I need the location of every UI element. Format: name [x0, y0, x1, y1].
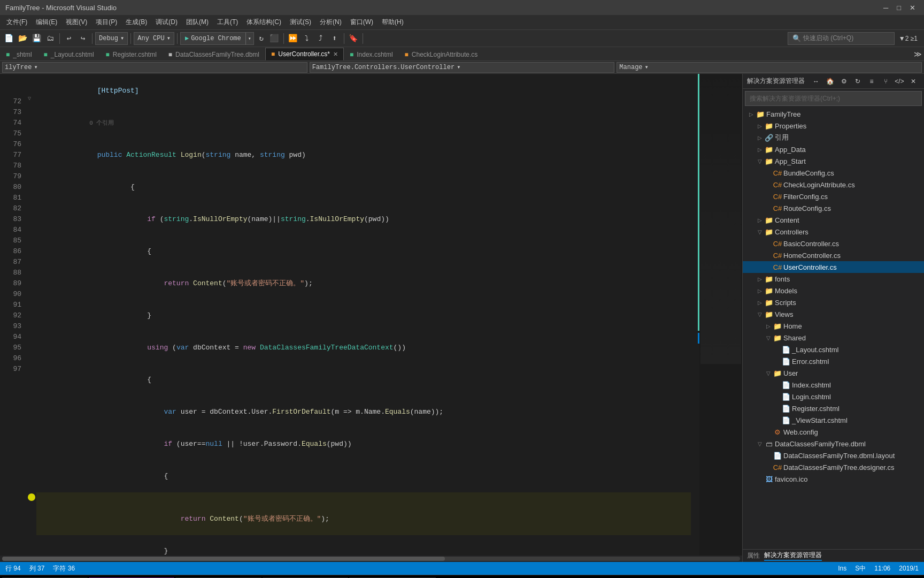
- sidebar-close-btn[interactable]: ✕: [907, 75, 920, 88]
- minimap[interactable]: [699, 74, 742, 556]
- tab-index[interactable]: ■ Index.cshtml: [344, 48, 399, 60]
- tree-favicon[interactable]: 🖼 favicon.ico: [743, 473, 924, 485]
- solution-tree: ▷ 📁 FamilyTree ▷ 📁 Properties ▷ 🔗 引用: [743, 108, 924, 549]
- code-line-83: return Content("账号或者密码不正确。");: [36, 492, 691, 535]
- tree-dbml-designer[interactable]: C# DataClassesFamilyTree.designer.cs: [743, 461, 924, 473]
- tree-register-cshtml[interactable]: 📄 Register.cshtml: [743, 402, 924, 414]
- tree-filterconfig[interactable]: C# FilterConfig.cs: [743, 191, 924, 202]
- tree-home-folder[interactable]: ▷ 📁 Home: [743, 320, 924, 332]
- debug-btn3[interactable]: ⤴: [314, 32, 327, 45]
- sidebar-search[interactable]: 搜索解决方案资源管理器(Ctrl+;): [745, 91, 922, 106]
- code-scroll[interactable]: 0 72 73 74 75 76 77 78 79 80 81 82 83 84…: [0, 74, 742, 556]
- menu-item-p[interactable]: 项目(P): [91, 16, 121, 29]
- code-line-79: {: [36, 364, 691, 396]
- platform-dropdown[interactable]: Any CPU ▾: [134, 32, 174, 45]
- status-char: 字符 36: [53, 564, 75, 573]
- tree-usercontroller[interactable]: C# UserController.cs: [743, 261, 924, 273]
- tree-login-cshtml[interactable]: 📄 Login.cshtml: [743, 391, 924, 402]
- solution-explorer-tab[interactable]: 解决方案资源管理器: [764, 551, 822, 561]
- sidebar-sync-btn[interactable]: ↔: [810, 75, 822, 88]
- tree-root[interactable]: ▷ 📁 FamilyTree: [743, 108, 924, 120]
- sidebar-title: 解决方案资源管理器: [747, 77, 805, 86]
- menu-item-b[interactable]: 生成(B): [121, 16, 151, 29]
- save-all-btn[interactable]: 🗂: [44, 32, 57, 45]
- tree-user-folder[interactable]: ▽ 📁 User: [743, 367, 924, 379]
- menu-item-d[interactable]: 调试(D): [151, 16, 182, 29]
- tree-shared-folder[interactable]: ▽ 📁 Shared: [743, 332, 924, 344]
- stop-btn[interactable]: ⬛: [268, 32, 281, 45]
- tab-checklogin[interactable]: ■ CheckLoginAttribute.cs: [399, 48, 484, 60]
- fold-btn-72[interactable]: ▽: [28, 95, 31, 102]
- h-scrollbar[interactable]: [0, 556, 742, 562]
- redo-btn[interactable]: ↪: [76, 32, 89, 45]
- menu-item-e[interactable]: 编辑(E): [32, 16, 61, 29]
- tree-fonts[interactable]: ▷ 📁 fonts: [743, 273, 924, 285]
- tree-references[interactable]: ▷ 🔗 引用: [743, 132, 924, 143]
- menu-item-c[interactable]: 体系结构(C): [242, 16, 286, 29]
- menu-item-t[interactable]: 工具(T): [213, 16, 242, 29]
- menu-item-h[interactable]: 帮助(H): [378, 16, 408, 29]
- menu-item-s[interactable]: 测试(S): [286, 16, 315, 29]
- debug-btn1[interactable]: ⏩: [287, 32, 299, 45]
- quick-search[interactable]: 快速启动 (Ctrl+Q): [803, 34, 853, 43]
- sidebar-settings-btn[interactable]: ⚙: [837, 75, 850, 88]
- debug-btn4[interactable]: ⬆: [328, 32, 341, 45]
- sidebar-collapse-btn[interactable]: ≡: [865, 75, 878, 88]
- tree-properties[interactable]: ▷ 📁 Properties: [743, 120, 924, 132]
- tree-dbml-layout[interactable]: 📄 DataClassesFamilyTree.dbml.layout: [743, 450, 924, 461]
- code-line-73: {: [36, 171, 691, 203]
- tree-app-start[interactable]: ▽ 📁 App_Start: [743, 155, 924, 167]
- tree-content[interactable]: ▷ 📁 Content: [743, 214, 924, 226]
- namespace-nav[interactable]: FamilyTree.Controllers.UserController ▾: [310, 62, 615, 73]
- sidebar-filter-btn[interactable]: ⑂: [879, 75, 892, 88]
- open-btn[interactable]: 📂: [16, 32, 29, 45]
- tree-controllers[interactable]: ▽ 📁 Controllers: [743, 226, 924, 238]
- menu-item-m[interactable]: 团队(M): [182, 16, 213, 29]
- menu-item-f[interactable]: 文件(F): [2, 16, 32, 29]
- tree-views[interactable]: ▽ 📁 Views: [743, 308, 924, 320]
- tree-basiccontroller[interactable]: C# BasicController.cs: [743, 238, 924, 249]
- tab-shtml[interactable]: ■ _shtml: [0, 48, 38, 60]
- tree-checklogin-attr[interactable]: C# CheckLoginAttribute.cs: [743, 179, 924, 191]
- refresh-btn[interactable]: ↻: [255, 32, 268, 45]
- nav-bar: ilyTree ▾ FamilyTree.Controllers.UserCon…: [0, 61, 924, 74]
- tab-register[interactable]: ■ Register.cshtml: [100, 48, 163, 60]
- tab-overflow-btn[interactable]: ≫: [911, 48, 924, 60]
- tree-dbml[interactable]: ▽ 🗃 DataClassesFamilyTree.dbml: [743, 438, 924, 450]
- debug-mode-dropdown[interactable]: Debug ▾: [95, 32, 128, 45]
- menu-item-n[interactable]: 分析(N): [315, 16, 346, 29]
- project-nav[interactable]: ilyTree ▾: [2, 62, 307, 73]
- properties-tab[interactable]: 属性: [747, 551, 760, 560]
- tree-error-cshtml[interactable]: 📄 Error.cshtml: [743, 355, 924, 367]
- tree-layout-cshtml[interactable]: 📄 _Layout.cshtml: [743, 344, 924, 355]
- tree-scripts[interactable]: ▷ 📁 Scripts: [743, 296, 924, 308]
- tree-app-data[interactable]: ▷ 📁 App_Data: [743, 143, 924, 155]
- sidebar-props-btn[interactable]: 🏠: [823, 75, 836, 88]
- new-project-btn[interactable]: 📄: [2, 32, 15, 45]
- tree-routeconfig[interactable]: C# RouteConfig.cs: [743, 202, 924, 214]
- bookmark-btn[interactable]: 🔖: [347, 32, 360, 45]
- tree-webconfig[interactable]: ⚙ Web.config: [743, 426, 924, 438]
- status-right: Ins S中 11:06 2019/1: [838, 564, 919, 573]
- tree-homecontroller[interactable]: C# HomeController.cs: [743, 249, 924, 261]
- save-btn[interactable]: 💾: [30, 32, 43, 45]
- tab-dbml[interactable]: ■ DataClassesFamilyTree.dbml: [163, 48, 265, 60]
- tab-layout[interactable]: ■ _Layout.cshtml: [38, 48, 100, 60]
- tree-bundleconfig[interactable]: C# BundleConfig.cs: [743, 167, 924, 179]
- code-line-84: }: [36, 535, 691, 556]
- tree-models[interactable]: ▷ 📁 Models: [743, 285, 924, 296]
- tab-close-btn[interactable]: ✕: [333, 51, 338, 58]
- debug-btn2[interactable]: ⤵: [301, 32, 313, 45]
- menu-item-v[interactable]: 视图(V): [61, 16, 91, 29]
- tree-index-cshtml[interactable]: 📄 Index.cshtml: [743, 379, 924, 391]
- sidebar-code-btn[interactable]: </>: [893, 75, 906, 88]
- window-controls[interactable]: ─ □ ✕: [880, 4, 919, 12]
- tab-usercontroller[interactable]: ■ UserController.cs* ✕: [265, 48, 344, 60]
- sidebar-refresh-btn[interactable]: ↻: [851, 75, 864, 88]
- run-arrow-btn[interactable]: ▾: [245, 32, 254, 45]
- tree-viewstart-cshtml[interactable]: 📄 _ViewStart.cshtml: [743, 414, 924, 426]
- undo-btn[interactable]: ↩: [63, 32, 75, 45]
- member-nav[interactable]: Manage ▾: [617, 62, 922, 73]
- menu-item-w[interactable]: 窗口(W): [346, 16, 378, 29]
- run-button[interactable]: ▶ Google Chrome: [180, 32, 245, 45]
